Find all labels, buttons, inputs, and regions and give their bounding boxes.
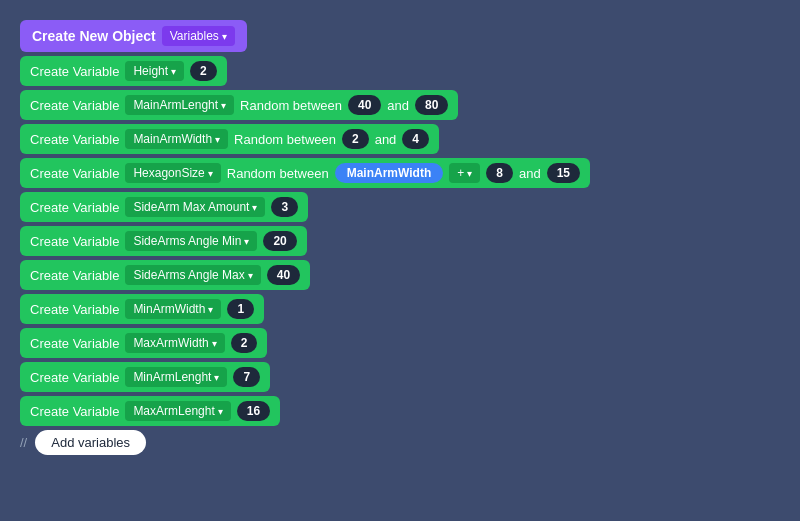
var-dropdown-samax[interactable]: SideArms Angle Max xyxy=(125,265,260,285)
header-title: Create New Object xyxy=(32,28,156,44)
var-dropdown-mial[interactable]: MinArmLenght xyxy=(125,367,227,387)
create-label-mxal: Create Variable xyxy=(30,404,119,419)
and-label-mal: and xyxy=(387,98,409,113)
val1-hex: 8 xyxy=(486,163,513,183)
create-label-mial: Create Variable xyxy=(30,370,119,385)
var-dropdown-height[interactable]: Height xyxy=(125,61,184,81)
var-dropdown-maw[interactable]: MainArmWidth xyxy=(125,129,228,149)
create-label-mxaw: Create Variable xyxy=(30,336,119,351)
var-dropdown-sma[interactable]: SideArm Max Amount xyxy=(125,197,265,217)
var-dropdown-mal[interactable]: MainArmLenght xyxy=(125,95,234,115)
row-maxarmlenght: Create Variable MaxArmLenght 16 xyxy=(20,396,280,426)
value-miaw: 1 xyxy=(227,299,254,319)
row-sidearm-max: Create Variable SideArm Max Amount 3 xyxy=(20,192,308,222)
comment-symbol: // xyxy=(20,435,27,450)
val2-maw: 4 xyxy=(402,129,429,149)
and-label-maw: and xyxy=(375,132,397,147)
add-variables-button[interactable]: Add variables xyxy=(35,430,146,455)
create-label-sam: Create Variable xyxy=(30,234,119,249)
value-mial: 7 xyxy=(233,367,260,387)
and-label-hex: and xyxy=(519,166,541,181)
row-minarmlenght: Create Variable MinArmLenght 7 xyxy=(20,362,270,392)
value-samax: 40 xyxy=(267,265,300,285)
var-dropdown-mxal[interactable]: MaxArmLenght xyxy=(125,401,230,421)
plus-dropdown-hex[interactable]: + xyxy=(449,163,480,183)
main-block-container: Create New Object Variables Create Varia… xyxy=(20,20,590,455)
val1-maw: 2 xyxy=(342,129,369,149)
var-dropdown-sam[interactable]: SideArms Angle Min xyxy=(125,231,257,251)
row-minarmwidth: Create Variable MinArmWidth 1 xyxy=(20,294,264,324)
expr-badge-hex: MainArmWidth xyxy=(335,163,444,183)
create-label-miaw: Create Variable xyxy=(30,302,119,317)
create-label-height: Create Variable xyxy=(30,64,119,79)
footer-row: // Add variables xyxy=(20,430,590,455)
variables-dropdown[interactable]: Variables xyxy=(162,26,235,46)
random-label-hex: Random between xyxy=(227,166,329,181)
row-sidearms-angle-min: Create Variable SideArms Angle Min 20 xyxy=(20,226,307,256)
var-dropdown-miaw[interactable]: MinArmWidth xyxy=(125,299,221,319)
row-hexagonsize: Create Variable HexagonSize Random betwe… xyxy=(20,158,590,188)
random-label-mal: Random between xyxy=(240,98,342,113)
value-mxal: 16 xyxy=(237,401,270,421)
value-height: 2 xyxy=(190,61,217,81)
create-label-mal: Create Variable xyxy=(30,98,119,113)
create-label-maw: Create Variable xyxy=(30,132,119,147)
create-label-sma: Create Variable xyxy=(30,200,119,215)
val2-hex: 15 xyxy=(547,163,580,183)
val1-mal: 40 xyxy=(348,95,381,115)
value-mxaw: 2 xyxy=(231,333,258,353)
random-label-maw: Random between xyxy=(234,132,336,147)
value-sma: 3 xyxy=(271,197,298,217)
value-sam: 20 xyxy=(263,231,296,251)
var-dropdown-hex[interactable]: HexagonSize xyxy=(125,163,220,183)
val2-mal: 80 xyxy=(415,95,448,115)
row-mainarmwidth: Create Variable MainArmWidth Random betw… xyxy=(20,124,439,154)
create-label-samax: Create Variable xyxy=(30,268,119,283)
create-label-hex: Create Variable xyxy=(30,166,119,181)
var-dropdown-mxaw[interactable]: MaxArmWidth xyxy=(125,333,224,353)
row-maxarmwidth: Create Variable MaxArmWidth 2 xyxy=(20,328,267,358)
row-mainarmlenght: Create Variable MainArmLenght Random bet… xyxy=(20,90,458,120)
header-row: Create New Object Variables xyxy=(20,20,247,52)
row-height: Create Variable Height 2 xyxy=(20,56,227,86)
row-sidearms-angle-max: Create Variable SideArms Angle Max 40 xyxy=(20,260,310,290)
